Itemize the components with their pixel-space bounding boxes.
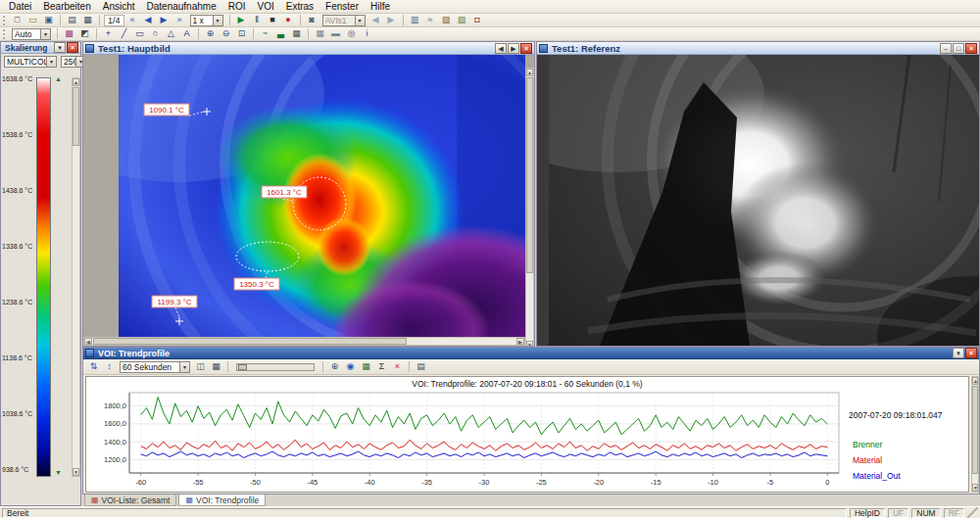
scroll-left-icon[interactable]: ◀ xyxy=(84,338,92,345)
interval-combo[interactable]: 60 Sekunden▾ xyxy=(120,361,190,373)
close-icon[interactable]: × xyxy=(520,43,532,54)
chevron-down-icon[interactable]: ▾ xyxy=(179,362,189,372)
grid-overlay-icon[interactable]: ▦ xyxy=(313,27,327,40)
next-image-icon[interactable]: ▶ xyxy=(508,43,519,54)
show-series-icon[interactable]: ◉ xyxy=(343,360,358,373)
histogram-icon[interactable]: ▥ xyxy=(408,14,422,26)
rect-roi-icon[interactable]: ▭ xyxy=(132,27,147,40)
chart-snapshot-icon[interactable]: ◫ xyxy=(193,360,208,373)
snapshot-icon[interactable]: ◘ xyxy=(470,14,485,26)
menu-datei[interactable]: Datei xyxy=(3,1,37,12)
scale-max-arrow-icon[interactable]: ▲ xyxy=(54,75,63,83)
scrollbar-thumb[interactable] xyxy=(93,338,407,345)
menu-roi[interactable]: ROI xyxy=(222,1,252,12)
print-icon[interactable]: ▤ xyxy=(65,14,79,26)
prev-frame-icon[interactable]: ◀ xyxy=(141,14,156,26)
last-frame-icon[interactable]: » xyxy=(172,14,187,26)
legend-series-brenner[interactable]: Brenner xyxy=(853,440,882,449)
avi-next-icon[interactable]: ▶ xyxy=(384,14,399,26)
palette-icon[interactable]: ▩ xyxy=(62,27,76,40)
tab-voi-trendprofile[interactable]: ▦ VOI: Trendprofile xyxy=(178,494,266,506)
zoom-chart-icon[interactable]: ⊕ xyxy=(327,360,342,373)
delete-icon[interactable]: × xyxy=(390,360,405,373)
trend-chart-icon[interactable]: ~ xyxy=(258,27,272,40)
minimize-icon[interactable]: – xyxy=(940,43,952,54)
pause-icon[interactable]: ‖ xyxy=(250,14,265,26)
menu-voi[interactable]: VOI xyxy=(251,1,279,12)
thermal-image[interactable]: 1090.1 °C 1601.3 °C 1350.3 °C 1199.3 °C xyxy=(119,55,525,337)
trend-scrollbar[interactable]: ▲ ▼ xyxy=(971,376,979,493)
scrollbar-thumb[interactable] xyxy=(972,386,978,474)
close-icon[interactable]: × xyxy=(965,43,977,54)
statistics-icon[interactable]: Σ xyxy=(374,360,389,373)
menu-ansicht[interactable]: Ansicht xyxy=(97,1,141,12)
close-icon[interactable]: × xyxy=(67,42,78,53)
stop-icon[interactable]: ■ xyxy=(266,14,280,26)
report-icon[interactable]: ▨ xyxy=(455,14,469,26)
reference-window-titlebar[interactable]: Test1: Referenz – □ × xyxy=(537,42,979,55)
horizontal-scrollbar[interactable]: ◀ ▶ xyxy=(83,337,525,346)
resize-grip[interactable] xyxy=(967,507,978,518)
scroll-right-icon[interactable]: ▶ xyxy=(516,338,524,345)
chevron-down-icon[interactable]: ▾ xyxy=(40,29,50,39)
scroll-down-icon[interactable]: ▼ xyxy=(526,341,533,346)
scrollbar-thumb[interactable] xyxy=(526,77,533,273)
save-icon[interactable]: ▣ xyxy=(41,14,56,26)
scroll-down-icon[interactable]: ▼ xyxy=(972,484,978,492)
trend-chart[interactable]: VOI: Trendprofile: 2007-07-20 09:18:01 -… xyxy=(85,376,969,493)
autoscale-icon[interactable]: ↕ xyxy=(102,360,117,373)
palette-combo[interactable]: MULTICOLOR ▾ xyxy=(4,56,57,68)
zoom-in-icon[interactable]: ⊕ xyxy=(203,27,218,40)
scaling-panel-titlebar[interactable]: Skalierung ▾ × xyxy=(1,42,80,54)
profile-icon[interactable]: ≈ xyxy=(423,14,438,26)
data-table-icon[interactable]: ▦ xyxy=(359,360,373,373)
chart-plot-area[interactable]: 1200,01400,01600,01800,0-60-55-50-45-40-… xyxy=(86,389,845,493)
record-icon[interactable]: ● xyxy=(281,14,296,26)
zoom-combo[interactable]: 1 x▾ xyxy=(190,15,223,26)
text-roi-icon[interactable]: A xyxy=(179,27,194,40)
point-roi-icon[interactable]: + xyxy=(101,27,116,40)
legend-series-material[interactable]: Material xyxy=(853,455,882,465)
invert-palette-icon[interactable]: ◩ xyxy=(77,27,92,40)
scale-min-arrow-icon[interactable]: ▼ xyxy=(54,469,63,477)
marker-label-2[interactable]: 1601.3 °C xyxy=(262,186,307,198)
marker-label-1[interactable]: 1090.1 °C xyxy=(144,104,189,116)
voi-table-icon[interactable]: ▦ xyxy=(289,27,304,40)
scroll-mode-icon[interactable]: ⇅ xyxy=(86,360,101,373)
menu-hilfe[interactable]: Hilfe xyxy=(365,1,396,12)
restore-icon[interactable]: □ xyxy=(953,43,964,54)
menu-datenaufnahme[interactable]: Datenaufnahme xyxy=(141,1,222,12)
isotherm-icon[interactable]: ▧ xyxy=(439,14,454,26)
slider-thumb[interactable] xyxy=(238,364,247,370)
prev-image-icon[interactable]: ◀ xyxy=(495,43,507,54)
play-icon[interactable]: ▶ xyxy=(234,14,249,26)
menu-extras[interactable]: Extras xyxy=(280,1,319,12)
scroll-up-icon[interactable]: ▲ xyxy=(526,69,533,76)
menu-bearbeiten[interactable]: Bearbeiten xyxy=(37,1,96,12)
zoom-out-icon[interactable]: ⊖ xyxy=(219,27,233,40)
avi-prev-icon[interactable]: ◀ xyxy=(368,14,383,26)
chevron-down-icon[interactable]: ▾ xyxy=(46,57,56,67)
main-window-titlebar[interactable]: Test1: Hauptbild ◀ ▶ × xyxy=(83,42,534,55)
pin-icon[interactable]: ▾ xyxy=(54,42,66,53)
next-frame-icon[interactable]: ▶ xyxy=(157,14,172,26)
close-icon[interactable]: × xyxy=(965,348,977,358)
print-chart-icon[interactable]: ▤ xyxy=(414,360,428,373)
zoom-fit-icon[interactable]: ⊡ xyxy=(234,27,249,40)
reference-image[interactable] xyxy=(549,55,979,346)
settings-icon[interactable]: ◎ xyxy=(344,27,359,40)
scroll-up-icon[interactable]: ▲ xyxy=(972,377,978,385)
histogram-chart-icon[interactable]: ▃ xyxy=(273,27,288,40)
copy-chart-icon[interactable]: ▦ xyxy=(209,360,223,373)
chevron-down-icon[interactable]: ▾ xyxy=(213,16,222,25)
scrollbar-thumb[interactable] xyxy=(73,87,79,146)
ellipse-roi-icon[interactable]: ○ xyxy=(148,27,163,40)
palette-gradient-bar[interactable] xyxy=(36,77,51,477)
new-icon[interactable]: □ xyxy=(10,14,24,26)
trend-panel-titlebar[interactable]: VOI: Trendprofile ▾ × xyxy=(83,348,979,359)
scale-scrollbar[interactable]: ▲ ▼ xyxy=(72,77,80,477)
camera-icon[interactable]: ◙ xyxy=(305,14,319,26)
time-slider[interactable] xyxy=(236,363,315,371)
chevron-down-icon[interactable]: ▾ xyxy=(355,16,365,25)
first-frame-icon[interactable]: « xyxy=(125,14,140,26)
